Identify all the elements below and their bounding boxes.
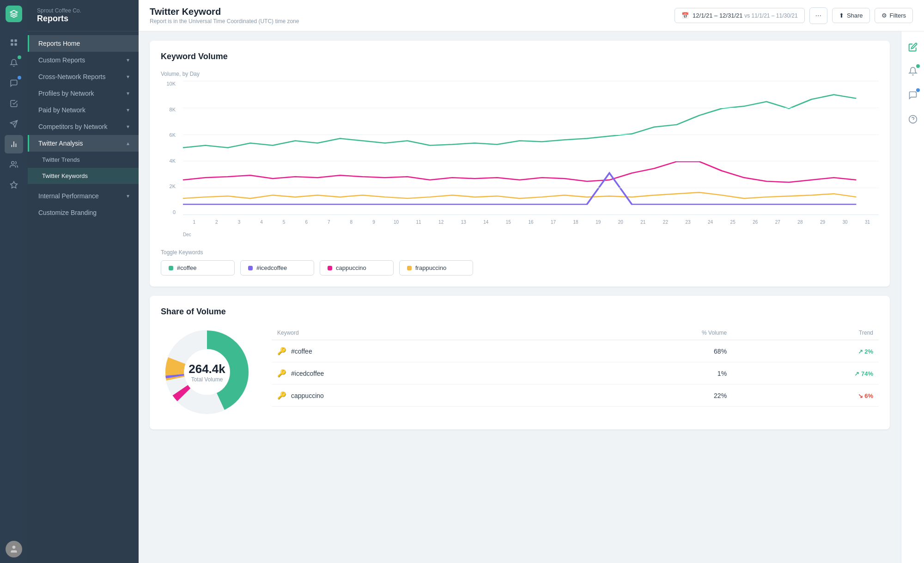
total-volume-label: Total Volume (188, 376, 225, 383)
keyword-tag-cappuccino[interactable]: cappuccino (320, 260, 394, 275)
table-cell-trend-coffee: ↗ 2% (732, 340, 879, 362)
topbar: Twitter Keyword Report is in the Univers… (139, 0, 924, 31)
sidebar-item-cross-network[interactable]: Cross-Network Reports ▾ (28, 68, 139, 85)
right-rail-compose[interactable] (905, 39, 921, 55)
line-chart-svg (183, 81, 879, 214)
right-rail-help[interactable] (905, 111, 921, 128)
col-header-trend: Trend (732, 326, 879, 340)
keyword-tag-frappuccino[interactable]: frappuccino (399, 260, 473, 275)
keyword-label-cappuccino: cappuccino (336, 264, 366, 271)
nav-icon-messages[interactable] (5, 74, 23, 92)
svg-rect-3 (15, 43, 17, 46)
chevron-competitors: ▾ (127, 123, 129, 130)
date-range-button[interactable]: 📅 12/1/21 – 12/31/21 vs 11/1/21 – 11/30/… (675, 8, 805, 23)
report-subtitle: Report is in the Universal Time Coordina… (150, 18, 299, 24)
nav-icon-manage[interactable] (5, 155, 23, 174)
x-label-28: 28 (789, 220, 812, 225)
x-label-3: 3 (228, 220, 250, 225)
sidebar-item-profiles-by-network[interactable]: Profiles by Network ▾ (28, 85, 139, 102)
x-label-29: 29 (811, 220, 834, 225)
keyword-tag-icedcoffee[interactable]: #icedcoffee (240, 260, 314, 275)
report-title: Twitter Keyword (150, 6, 299, 17)
sidebar-item-twitter-trends[interactable]: Twitter Trends (28, 152, 139, 168)
share-volume-title: Share of Volume (161, 307, 879, 317)
calendar-icon: 📅 (681, 12, 689, 19)
right-rail-notifications[interactable] (905, 63, 921, 80)
trend-value-icedcoffee: ↗ 74% (854, 370, 873, 377)
x-label-10: 10 (385, 220, 407, 225)
sidebar-item-competitors[interactable]: Competitors by Network ▾ (28, 118, 139, 135)
sidebar-header: Sprout Coffee Co. Reports (28, 0, 139, 31)
share-button[interactable]: ⬆ Share (832, 8, 870, 23)
filters-button[interactable]: ⚙ Filters (875, 8, 913, 23)
x-month-label: Dec (183, 232, 191, 237)
nav-icon-star[interactable] (5, 176, 23, 194)
sidebar: Sprout Coffee Co. Reports Reports Home C… (28, 0, 139, 563)
keyword-tag-coffee[interactable]: #coffee (161, 260, 235, 275)
keyword-name-icedcoffee: #icedcoffee (291, 370, 324, 377)
topbar-left: Twitter Keyword Report is in the Univers… (150, 6, 299, 24)
user-avatar-rail[interactable] (6, 541, 22, 557)
sidebar-label-paid: Paid by Network (38, 106, 85, 114)
keyword-name-cappuccino: cappuccino (291, 392, 324, 399)
chevron-twitter-analysis: ▴ (127, 140, 129, 147)
chat-badge (916, 88, 920, 92)
sidebar-item-customize-branding[interactable]: Customize Branding (28, 204, 139, 221)
sidebar-item-twitter-keywords[interactable]: Twitter Keywords (28, 168, 139, 184)
x-label-25: 25 (722, 220, 744, 225)
nav-icon-home[interactable] (5, 33, 23, 52)
sidebar-label-reports-home: Reports Home (38, 40, 80, 47)
grid-line-6k (183, 135, 879, 135)
svg-point-11 (12, 546, 16, 549)
main-wrapper: Twitter Keyword Report is in the Univers… (139, 0, 924, 563)
sidebar-item-reports-home[interactable]: Reports Home (28, 35, 139, 52)
x-label-26: 26 (744, 220, 766, 225)
sidebar-label-twitter-trends: Twitter Trends (42, 156, 80, 163)
grid-line-4k (183, 161, 879, 161)
x-label-31: 31 (856, 220, 879, 225)
keyword-key-icon-coffee: 🔑 (277, 347, 286, 355)
sidebar-item-twitter-analysis[interactable]: Twitter Analysis ▴ (28, 135, 139, 152)
x-label-30: 30 (834, 220, 857, 225)
x-label-14: 14 (475, 220, 498, 225)
x-label-5: 5 (273, 220, 295, 225)
filters-label: Filters (890, 12, 906, 19)
share-label: Share (847, 12, 863, 19)
table-cell-trend-icedcoffee: ↗ 74% (732, 362, 879, 385)
sidebar-label-competitors: Competitors by Network (38, 123, 107, 130)
x-label-24: 24 (699, 220, 722, 225)
nav-icon-publish[interactable] (5, 115, 23, 133)
sidebar-item-internal-performance[interactable]: Internal Performance ▾ (28, 188, 139, 204)
y-label-4k: 4K (170, 158, 176, 164)
chevron-profiles: ▾ (127, 90, 129, 97)
x-label-2: 2 (206, 220, 228, 225)
table-cell-pct-cappuccino: 22% (556, 385, 733, 407)
right-rail (901, 31, 924, 563)
more-options-button[interactable]: ··· (809, 7, 827, 24)
keyword-dot-cappuccino (328, 266, 332, 270)
sidebar-label-customize-branding: Customize Branding (38, 209, 97, 216)
sidebar-item-custom-reports[interactable]: Custom Reports ▾ (28, 52, 139, 68)
chevron-paid: ▾ (127, 107, 129, 113)
x-label-9: 9 (363, 220, 385, 225)
nav-icon-notifications[interactable] (5, 54, 23, 72)
app-logo[interactable] (6, 6, 22, 22)
x-label-7: 7 (317, 220, 340, 225)
nav-icon-tasks[interactable] (5, 94, 23, 113)
donut-wrapper: 264.4k Total Volume (161, 326, 253, 418)
table-cell-pct-icedcoffee: 1% (556, 362, 733, 385)
sidebar-label-twitter-keywords: Twitter Keywords (42, 172, 88, 179)
svg-marker-10 (11, 182, 18, 188)
table-cell-keyword-icedcoffee: 🔑 #icedcoffee (272, 362, 556, 385)
nav-icon-reports[interactable] (5, 135, 23, 153)
chart-x-labels: 1 2 3 4 5 6 7 8 9 10 11 12 13 14 (183, 215, 879, 229)
x-label-19: 19 (587, 220, 609, 225)
right-rail-chat[interactable] (905, 87, 921, 104)
keyword-label-coffee: #coffee (177, 264, 196, 271)
x-label-27: 27 (766, 220, 789, 225)
icon-rail (0, 0, 28, 563)
keyword-dot-frappuccino (407, 266, 412, 270)
sidebar-label-cross-network: Cross-Network Reports (38, 73, 105, 80)
sidebar-item-paid-by-network[interactable]: Paid by Network ▾ (28, 102, 139, 118)
share-container: 264.4k Total Volume Keyword % Volume (161, 326, 879, 418)
